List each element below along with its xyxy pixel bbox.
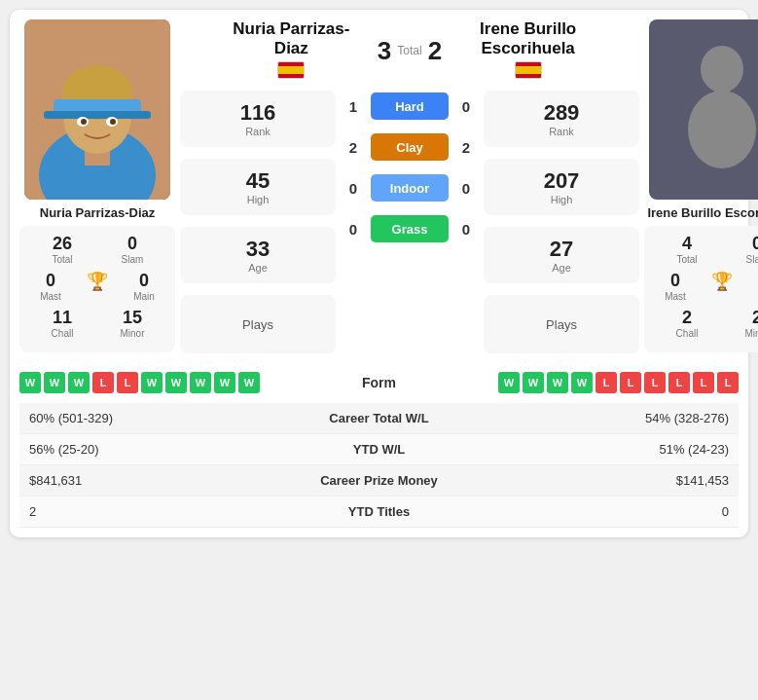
player2-age-box: 27 Age xyxy=(484,227,639,283)
form-badge: L xyxy=(117,372,138,393)
player2-stats: 4 Total 0 Slam 0 Mast 🏆 xyxy=(644,226,758,352)
player2-main-label: Main xyxy=(745,291,758,302)
player1-main-cell: 0 Main xyxy=(121,271,167,302)
player1-minor-cell: 15 Minor xyxy=(97,308,167,339)
form-badge: W xyxy=(19,372,41,393)
form-center-label: Form xyxy=(260,375,498,390)
player2-chall-cell: 2 Chall xyxy=(652,308,722,339)
player1-ytd-wl: 56% (25-20) xyxy=(29,442,243,457)
player-left: Nuria Parrizas-Diaz 26 Total 0 Slam 0 xyxy=(19,19,175,352)
form-badge: W xyxy=(498,372,520,393)
form-badge: W xyxy=(190,372,211,393)
hard-surface-btn: Hard xyxy=(371,92,449,120)
player1-big-score: 3 xyxy=(378,36,391,66)
player1-slam-value: 0 xyxy=(97,234,167,254)
player1-photo xyxy=(24,19,170,200)
player1-name-label: Nuria Parrizas-Diaz xyxy=(40,205,156,220)
player1-total-label: Total xyxy=(27,254,97,265)
indoor-score-left: 0 xyxy=(343,180,363,197)
player2-age-value: 27 xyxy=(503,237,620,262)
hard-score-left: 1 xyxy=(343,98,363,115)
svg-point-11 xyxy=(701,46,743,92)
player1-career-wl: 60% (501-329) xyxy=(29,411,243,425)
career-wl-line: 60% (501-329) Career Total W/L 54% (328-… xyxy=(19,403,739,434)
hard-score-right: 0 xyxy=(456,98,476,115)
score-total-area: 3 Total 2 xyxy=(368,36,451,66)
player1-rank-value: 116 xyxy=(199,100,316,126)
player1-mast-cell: 0 Mast xyxy=(27,271,74,302)
player2-main-value: 0 xyxy=(745,271,758,291)
scores-col: 1 Hard 0 2 Clay 2 xyxy=(343,87,476,246)
ytd-wl-line: 56% (25-20) YTD W/L 51% (24-23) xyxy=(19,434,739,465)
player2-flag-row xyxy=(457,61,598,79)
content-middle: 116 Rank 45 High 33 Age Plays xyxy=(180,87,639,357)
player2-big-score: 2 xyxy=(428,36,442,66)
player2-trophy-icon: 🏆 xyxy=(711,272,733,291)
player1-flag xyxy=(277,61,305,79)
player2-ytd-titles: 0 xyxy=(515,504,729,519)
player1-chall-minor-row: 11 Chall 15 Minor xyxy=(27,308,167,339)
player1-age-box: 33 Age xyxy=(180,227,336,283)
player2-main-cell: 0 Main xyxy=(745,271,758,302)
form-badge: L xyxy=(668,372,690,393)
player1-plays-label: Plays xyxy=(242,317,273,332)
player1-mast-label: Mast xyxy=(27,291,74,302)
player2-rank-box: 289 Rank xyxy=(484,91,639,147)
player1-high-box: 45 High xyxy=(180,159,336,215)
player1-slam-label: Slam xyxy=(97,254,167,265)
form-badge: W xyxy=(523,372,544,393)
player2-slam-label: Slam xyxy=(722,254,758,265)
player2-minor-cell: 2 Minor xyxy=(722,308,758,339)
player2-chall-label: Chall xyxy=(652,328,722,339)
player1-main-value: 0 xyxy=(121,271,167,291)
player1-trophy-cell: 🏆 xyxy=(74,271,121,302)
ytd-titles-label: YTD Titles xyxy=(243,504,515,519)
player1-form-badges: WWWLLWWWWW xyxy=(19,372,260,393)
form-badge: L xyxy=(596,372,617,393)
player1-chall-label: Chall xyxy=(27,328,97,339)
player2-flag xyxy=(515,61,542,79)
form-badge: W xyxy=(547,372,568,393)
center-section: Nuria Parrizas-Diaz 3 Total 2 Irene Buri… xyxy=(175,19,644,357)
grass-score-right: 0 xyxy=(456,221,476,238)
top-section: Nuria Parrizas-Diaz 26 Total 0 Slam 0 xyxy=(19,19,739,357)
player2-plays-label: Plays xyxy=(546,317,577,332)
form-badge: W xyxy=(214,372,235,393)
form-badge: W xyxy=(44,372,65,393)
svg-point-13 xyxy=(688,91,756,168)
indoor-score-row: 0 Indoor 0 xyxy=(343,174,476,202)
player2-ytd-wl: 51% (24-23) xyxy=(515,442,729,457)
player2-minor-value: 2 xyxy=(722,308,758,328)
player2-mast-main-row: 0 Mast 🏆 0 Main xyxy=(652,271,758,302)
player2-chall-value: 2 xyxy=(652,308,722,328)
form-badge: L xyxy=(620,372,641,393)
svg-point-9 xyxy=(81,119,87,125)
grass-score-left: 0 xyxy=(343,221,363,238)
form-badge: W xyxy=(571,372,593,393)
hard-score-row: 1 Hard 0 xyxy=(343,92,476,120)
player2-plays-box: Plays xyxy=(484,295,639,353)
player1-age-value: 33 xyxy=(199,237,316,262)
ytd-wl-label: YTD W/L xyxy=(243,442,515,457)
player-right: Irene Burillo Escorihuela 4 Total 0 Slam… xyxy=(644,19,758,352)
prize-line: $841,631 Career Prize Money $141,453 xyxy=(19,465,739,497)
player2-rank-value: 289 xyxy=(503,100,620,126)
player2-high-box: 207 High xyxy=(484,159,639,215)
indoor-surface-btn: Indoor xyxy=(371,174,449,202)
player2-form-badges: WWWWLLLLLL xyxy=(498,372,739,393)
form-badge: W xyxy=(141,372,162,393)
player2-total-cell: 4 Total xyxy=(652,234,722,265)
player2-silhouette xyxy=(673,42,758,178)
player2-total-slam-row: 4 Total 0 Slam xyxy=(652,234,758,265)
total-scores: 3 Total 2 xyxy=(378,36,442,66)
player1-prize: $841,631 xyxy=(29,473,243,488)
player2-minor-label: Minor xyxy=(722,328,758,339)
player1-plays-box: Plays xyxy=(180,295,336,353)
player2-mast-cell: 0 Mast xyxy=(652,271,699,302)
player1-mast-value: 0 xyxy=(27,271,74,291)
player1-high-value: 45 xyxy=(199,168,316,194)
player1-stats: 26 Total 0 Slam 0 Mast 🏆 xyxy=(19,226,175,352)
grass-surface-btn: Grass xyxy=(371,215,449,242)
total-text: Total xyxy=(397,44,421,57)
clay-score-row: 2 Clay 2 xyxy=(343,133,476,161)
